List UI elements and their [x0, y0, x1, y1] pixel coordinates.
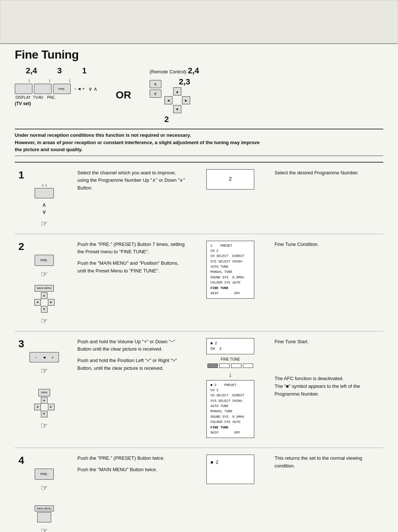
- step3-s2-line1: ■ 2 PRESET: [210, 383, 250, 388]
- step3-dpad-left: ◄: [34, 404, 41, 410]
- notice-box: Under normal reception conditions this f…: [15, 129, 383, 156]
- tv-set-label: (TV set): [15, 101, 31, 106]
- step3-finetune-label: FINE TUNE: [221, 357, 240, 361]
- step3-arrow-down: ↓: [229, 371, 232, 379]
- step3-note2: The AFC function is deactivated.: [275, 375, 383, 383]
- step3-s2-line4: SYS SELECT CHINA: [210, 399, 250, 404]
- pre-btn: PRE.: [53, 84, 71, 94]
- step-4-instruction1: Push the "PRE." (PRESET) Button twice.: [77, 455, 186, 462]
- dpad-down: ▼: [173, 105, 181, 113]
- step3-s2-line6: MANUAL TUNE: [210, 409, 250, 414]
- step4-screen-box: ■ 2: [206, 455, 254, 484]
- remote-step-24: 2,4: [188, 66, 199, 76]
- vol-controls: − ◄ +: [74, 86, 85, 91]
- step-2-icons: PRE. ☞ MAIN MENU ▲ ◄ ► ▼ ☞: [34, 255, 55, 326]
- step2-screen-line7: SOUND SYS 8.5MHz: [210, 275, 250, 280]
- step-2-instruction2: Push the "MAIN MENU" and "Position" Butt…: [77, 260, 186, 275]
- ch-controls: ∨ ∧: [88, 86, 97, 92]
- step3-dpad-down: ▼: [41, 411, 48, 417]
- step-4-note: This returns the set to the normal viewi…: [275, 453, 383, 470]
- step4-pre-btn: PRE.: [35, 469, 54, 480]
- step3-s2-line3: CH SELECT DIRECT: [210, 393, 250, 398]
- page-title: Fine Tuning: [15, 48, 383, 62]
- step3-note3: The "■" symbol appears to the left of th…: [275, 383, 383, 398]
- step-3-number: 3: [18, 338, 24, 350]
- step2-screen-line3: CH SELECT DIRECT: [210, 254, 250, 259]
- dpad-group: 2,3 ▲ ◄ ► ▼ 2: [164, 77, 190, 124]
- step-1-left: 1 ∨ ∧ ∧ ∨ ☞: [15, 168, 74, 229]
- step-1-icons: ∨ ∧ ∧ ∨ ☞: [35, 183, 54, 229]
- step2-screen-line9: FINE TUNE: [210, 286, 250, 291]
- remote-dpad: ▲ ◄ ► ▼: [164, 87, 190, 113]
- step-2-instruction1: Push the "PRE." (PRESET) Button 7 times,…: [77, 241, 186, 256]
- step3-s2-line5: AUTO TUNE: [210, 404, 250, 409]
- step4-screen-content: ■ 2: [210, 457, 250, 468]
- step2-hand2-icon: ☞: [41, 316, 48, 326]
- notice-line3: the picture and sound quality.: [15, 147, 83, 152]
- tv-buttons-row: PRE. − ◄ + ∨ ∧: [15, 84, 97, 94]
- step-1-note: Select the desired Programme Number.: [275, 168, 383, 177]
- step3-s2-line2: CH 2: [210, 388, 250, 393]
- step3-dpad-right: ►: [48, 404, 55, 410]
- step-3-text: Push and hold the Volume Up "+" or Down …: [77, 337, 186, 376]
- step1-up-arrow: ∧: [42, 201, 46, 208]
- vol-minus: −: [35, 355, 37, 359]
- step2-menu-btns: MAIN MENU ▲ ◄ ► ▼: [34, 285, 55, 313]
- header-diagram: 2,4 3 1 ↓ ↓ ↓ PRE. − ◄ +: [15, 66, 383, 124]
- step-4-left: 4 PRE. ☞ MAIN MENU ☞: [15, 453, 74, 532]
- ft-seg2: [219, 364, 230, 368]
- step3-dpad-group: MAIN ▲ ◄ ► ▼: [34, 389, 55, 417]
- step-4-row: 4 PRE. ☞ MAIN MENU ☞ Push the "PRE." (PR…: [15, 448, 383, 532]
- step2-dpad: ▲ ◄ ► ▼: [34, 292, 55, 313]
- step3-dpad-up: ▲: [41, 397, 48, 404]
- step3-s1-line1: ■ 2: [210, 341, 250, 346]
- top-diagram-image: [0, 0, 398, 44]
- step-2-screen-box: 2 PRESET CH 2 CH SELECT DIRECT SYS SELEC…: [206, 241, 254, 299]
- tv-labels: DISPLAY TV/AV PRE.: [15, 95, 56, 100]
- step3-vol-btn: − ◄ +: [29, 352, 59, 362]
- tv-step-1: 1: [82, 66, 87, 76]
- step-3-left: 3 − ◄ + ☞ MAIN ▲: [15, 337, 74, 431]
- step2-mainmenu-btn: MAIN MENU: [35, 285, 54, 292]
- step-1-screen-box: 2: [206, 169, 254, 189]
- step-2-row: 2 PRE. ☞ MAIN MENU ▲ ◄ ► ▼ ☞: [15, 234, 383, 331]
- step-1-screen: 2: [190, 168, 271, 194]
- tv-step-3: 3: [57, 66, 62, 76]
- tv-arrows: ↓ ↓ ↓: [28, 77, 71, 83]
- step1-screen-content: 2: [210, 172, 250, 187]
- step-3-instruction2: Push and hold the Position Left "<" or R…: [77, 357, 186, 372]
- step-3-note: Fine Tune Start. The AFC function is dea…: [275, 337, 383, 398]
- step-1-row: 1 ∨ ∧ ∧ ∨ ☞ Select the channel which you…: [15, 163, 383, 234]
- ch-up-btn: ∧: [150, 80, 161, 88]
- steps-container: 1 ∨ ∧ ∧ ∨ ☞ Select the channel which you…: [15, 162, 383, 532]
- step4-hand2-icon: ☞: [41, 526, 48, 532]
- step-4-text: Push the "PRE." (PRESET) Button twice. P…: [77, 453, 186, 477]
- step2-screen-line10: SKIP OFF: [210, 291, 250, 296]
- step2-screen-line6: MANUAL TUNE: [210, 270, 250, 275]
- step4-menu-group: MAIN MENU: [35, 505, 54, 522]
- step3-screen2: ■ 2 PRESET CH 2 CH SELECT DIRECT SYS SEL…: [206, 380, 254, 438]
- step3-s1-line2: CH 2: [210, 346, 250, 352]
- sdpad-down: ▼: [41, 306, 48, 313]
- sdpad-up: ▲: [41, 292, 48, 299]
- step3-finetune-bar: [207, 364, 253, 368]
- tv-step-24: 2,4: [26, 66, 37, 76]
- notice-line2: However, in areas of poor reception or c…: [15, 140, 260, 145]
- step-4-instruction2: Push the "MAIN MENU" Button twice.: [77, 466, 186, 474]
- or-divider: OR: [116, 89, 131, 101]
- ft-seg1: [207, 364, 218, 368]
- sdpad-left: ◄: [34, 299, 41, 306]
- step1-down-arrow: ∨: [42, 208, 46, 215]
- notice-line1: Under normal reception conditions this f…: [15, 132, 191, 138]
- step-2-note: Fine Tune Condition.: [275, 239, 383, 248]
- step-3-icons: − ◄ + ☞ MAIN ▲ ◄ ► ▼: [29, 352, 59, 431]
- ch-down-btn: ∨: [150, 90, 161, 98]
- tv-step-numbers: 2,4 3 1: [26, 66, 87, 76]
- remote-diagram: (Remote Control) 2,4 ∧ ∨ 2,3 ▲ ◄ ► ▼: [150, 66, 199, 124]
- step1-arrows: ∧ ∨: [42, 201, 46, 215]
- ft-seg3: [231, 364, 241, 368]
- step4-hand1-icon: ☞: [41, 483, 48, 493]
- step1-hand-icon: ☞: [41, 219, 48, 229]
- ft-seg4: [243, 364, 253, 368]
- remote-step-2: 2: [164, 115, 169, 124]
